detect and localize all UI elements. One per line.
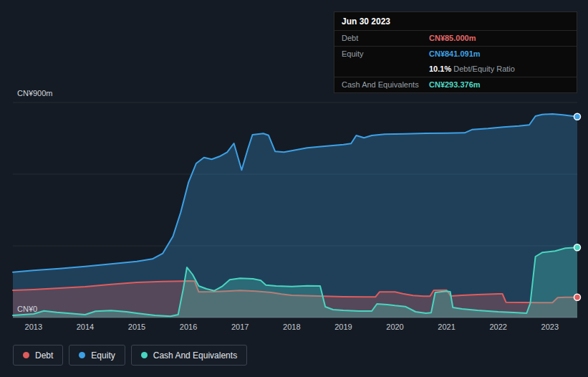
cash-legend-dot-icon xyxy=(141,352,148,358)
legend-label-cash: Cash And Equivalents xyxy=(153,350,237,361)
legend-item-debt[interactable]: Debt xyxy=(13,345,63,366)
x-tick-2015: 2015 xyxy=(128,323,145,331)
legend-item-equity[interactable]: Equity xyxy=(69,345,125,366)
x-tick-2016: 2016 xyxy=(180,323,197,331)
tooltip-debt-label: Debt xyxy=(342,33,429,44)
tooltip-ratio-row: 10.1% Debt/Equity Ratio xyxy=(334,62,577,77)
y-axis-label-top: CN¥900m xyxy=(17,89,53,97)
marker-cash-and-equivalents[interactable] xyxy=(574,244,581,251)
x-tick-2017: 2017 xyxy=(231,323,249,331)
legend-label-debt: Debt xyxy=(35,350,53,361)
tooltip-equity-label: Equity xyxy=(342,49,429,59)
x-tick-2020: 2020 xyxy=(386,323,403,331)
legend: DebtEquityCash And Equivalents xyxy=(13,345,247,366)
marker-debt[interactable] xyxy=(574,294,581,300)
tooltip-ratio-label: Debt/Equity Ratio xyxy=(453,65,515,73)
tooltip-equity-row: Equity CN¥841.091m xyxy=(334,47,577,62)
tooltip-date: Jun 30 2023 xyxy=(334,12,577,31)
tooltip-ratio-text: 10.1% Debt/Equity Ratio xyxy=(429,64,515,75)
tooltip-cash-value: CN¥293.376m xyxy=(429,80,481,90)
tooltip-equity-value: CN¥841.091m xyxy=(429,49,481,59)
x-tick-2014: 2014 xyxy=(77,323,94,331)
x-tick-2023: 2023 xyxy=(541,323,559,331)
tooltip: Jun 30 2023 Debt CN¥85.000m Equity CN¥84… xyxy=(334,11,577,93)
tooltip-debt-value: CN¥85.000m xyxy=(429,33,476,44)
tooltip-debt-row: Debt CN¥85.000m xyxy=(334,31,577,47)
equity-legend-dot-icon xyxy=(79,352,85,358)
x-tick-2021: 2021 xyxy=(438,323,455,331)
debt-legend-dot-icon xyxy=(23,352,29,358)
legend-item-cash[interactable]: Cash And Equivalents xyxy=(131,345,247,366)
x-tick-2019: 2019 xyxy=(334,323,352,331)
x-tick-2013: 2013 xyxy=(25,323,42,331)
x-axis: 2013201420152016201720182019202020212022… xyxy=(0,323,588,334)
x-tick-2022: 2022 xyxy=(489,323,506,331)
legend-label-equity: Equity xyxy=(91,350,115,361)
marker-equity[interactable] xyxy=(574,113,581,120)
tooltip-cash-row: Cash And Equivalents CN¥293.376m xyxy=(334,77,577,92)
tooltip-cash-label: Cash And Equivalents xyxy=(342,80,429,90)
tooltip-ratio-value: 10.1% xyxy=(429,65,451,73)
y-axis-label-zero: CN¥0 xyxy=(17,305,37,313)
x-tick-2018: 2018 xyxy=(283,323,300,331)
